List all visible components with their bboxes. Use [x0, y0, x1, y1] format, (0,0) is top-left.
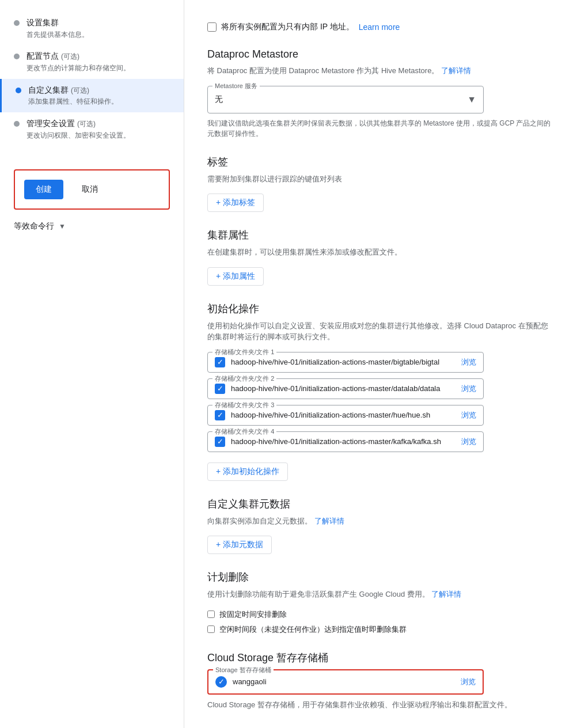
main-content: 将所有实例配置为只有内部 IP 地址。 Learn more Dataproc … — [184, 0, 577, 728]
add-metadata-button[interactable]: + 添加元数据 — [207, 536, 272, 554]
custom-metadata-section: 自定义集群元数据 向集群实例添加自定义元数据。 了解详情 + 添加元数据 — [207, 497, 554, 555]
checkmark-icon: ✓ — [217, 384, 223, 393]
sidebar-content-configure: 配置节点 (可选) 更改节点的计算能力和存储空间。 — [26, 51, 130, 73]
cloud-storage-desc: Cloud Storage 暂存存储桶，用于存储集群作业依赖项、作业驱动程序输出… — [207, 699, 554, 711]
file-label-2: 存储桶/文件夹/文件 2 — [212, 374, 276, 383]
sidebar-content-customize: 自定义集群 (可选) 添加集群属性、特征和操作。 — [28, 85, 118, 107]
sidebar-content-security: 管理安全设置 (可选) 更改访问权限、加密和安全设置。 — [26, 118, 130, 140]
sidebar-content-setup: 设置集群 首先提供基本信息。 — [26, 17, 89, 39]
internal-ip-checkbox[interactable] — [207, 22, 217, 32]
custom-metadata-desc: 向集群实例添加自定义元数据。 了解详情 — [207, 515, 554, 527]
sidebar-subtitle-setup: 首先提供基本信息。 — [26, 30, 89, 40]
cluster-props-section: 集群属性 在创建集群时，可以使用集群属性来添加或修改配置文件。 + 添加属性 — [207, 228, 554, 286]
metastore-title: Dataproc Metastore — [207, 48, 554, 60]
sidebar-item-security[interactable]: 管理安全设置 (可选) 更改访问权限、加密和安全设置。 — [0, 112, 184, 146]
cloud-storage-section: Cloud Storage 暂存存储桶 Storage 暂存存储桶 ✓ wang… — [207, 651, 554, 711]
sidebar-item-configure[interactable]: 配置节点 (可选) 更改节点的计算能力和存储空间。 — [0, 45, 184, 78]
tags-section: 标签 需要附加到集群以进行跟踪的键值对列表 + 添加标签 — [207, 155, 554, 213]
add-init-action-button[interactable]: + 添加初始化操作 — [207, 462, 288, 481]
file-path-2: hadoop-hive/hive-01/initialization-actio… — [231, 384, 455, 393]
chevron-down-icon: ▼ — [59, 222, 66, 230]
browse-button-1[interactable]: 浏览 — [461, 357, 476, 367]
internal-ip-row: 将所有实例配置为只有内部 IP 地址。 Learn more — [207, 22, 554, 32]
browse-button-2[interactable]: 浏览 — [461, 384, 476, 394]
file-label-3: 存储桶/文件夹/文件 3 — [212, 401, 276, 410]
file-label-4: 存储桶/文件夹/文件 4 — [212, 427, 276, 436]
browse-button-3[interactable]: 浏览 — [461, 410, 476, 420]
metastore-field: Metastore 服务 无 ▼ — [207, 86, 484, 113]
internal-ip-label: 将所有实例配置为只有内部 IP 地址。 — [221, 22, 354, 32]
sidebar-dot-configure — [14, 54, 20, 59]
idle-time-checkbox[interactable] — [207, 625, 215, 633]
browse-button-4[interactable]: 浏览 — [461, 437, 476, 447]
checkmark-icon: ✓ — [217, 358, 223, 366]
sidebar-title-configure: 配置节点 (可选) — [26, 51, 130, 62]
cancel-button[interactable]: 取消 — [70, 180, 109, 199]
checkmark-icon: ✓ — [218, 677, 225, 686]
metastore-desc: 将 Dataproc 配置为使用 Dataproc Metastore 作为其 … — [207, 65, 554, 77]
file-label-1: 存储桶/文件夹/文件 1 — [212, 348, 276, 357]
cluster-props-title: 集群属性 — [207, 228, 554, 242]
tags-title: 标签 — [207, 155, 554, 169]
add-tag-button[interactable]: + 添加标签 — [207, 194, 264, 212]
cluster-props-desc: 在创建集群时，可以使用集群属性来添加或修改配置文件。 — [207, 247, 554, 258]
sidebar-title-security: 管理安全设置 (可选) — [26, 118, 130, 130]
create-button[interactable]: 创建 — [24, 180, 63, 199]
sidebar-item-customize[interactable]: 自定义集群 (可选) 添加集群属性、特征和操作。 — [0, 79, 184, 112]
file-checkbox-1[interactable]: ✓ — [215, 357, 225, 367]
deletion-checkbox-row-1: 按固定时间安排删除 — [207, 609, 554, 620]
action-buttons-container: 创建 取消 — [14, 169, 170, 210]
metastore-hint: 我们建议借助此选项在集群关闭时保留表元数据，以供其他集群共享的 Metastor… — [207, 118, 554, 139]
chevron-down-icon: ▼ — [467, 94, 476, 105]
init-actions-title: 初始化操作 — [207, 302, 554, 316]
checkmark-icon: ✓ — [217, 411, 223, 419]
scheduled-deletion-learn-more[interactable]: 了解详情 — [431, 590, 461, 598]
file-checkbox-3[interactable]: ✓ — [215, 410, 225, 420]
checkmark-icon: ✓ — [217, 437, 223, 446]
metastore-value: 无 — [215, 94, 223, 105]
custom-metadata-title: 自定义集群元数据 — [207, 497, 554, 511]
init-actions-section: 初始化操作 使用初始化操作可以自定义设置、安装应用或对您的集群进行其他修改。选择… — [207, 302, 554, 481]
metastore-learn-more[interactable]: 了解详情 — [441, 66, 471, 75]
metastore-section: Dataproc Metastore 将 Dataproc 配置为使用 Data… — [207, 48, 554, 139]
internal-ip-section: 将所有实例配置为只有内部 IP 地址。 Learn more — [207, 16, 554, 32]
sidebar-dot-setup — [14, 20, 20, 26]
add-property-button[interactable]: + 添加属性 — [207, 267, 264, 286]
file-input-1: 存储桶/文件夹/文件 1 ✓ hadoop-hive/hive-01/initi… — [207, 352, 484, 373]
learn-more-link[interactable]: Learn more — [359, 22, 400, 32]
sidebar-item-setup[interactable]: 设置集群 首先提供基本信息。 — [0, 12, 184, 45]
scheduled-deletion-title: 计划删除 — [207, 570, 554, 584]
sidebar-subtitle-configure: 更改节点的计算能力和存储空间。 — [26, 63, 130, 73]
idle-time-label: 空闲时间段（未提交任何作业）达到指定值时即删除集群 — [219, 624, 407, 635]
metastore-field-label: Metastore 服务 — [212, 82, 260, 90]
file-input-3: 存储桶/文件夹/文件 3 ✓ hadoop-hive/hive-01/initi… — [207, 405, 484, 426]
file-input-4: 存储桶/文件夹/文件 4 ✓ hadoop-hive/hive-01/initi… — [207, 431, 484, 452]
cloud-storage-title: Cloud Storage 暂存存储桶 — [207, 651, 554, 665]
file-path-4: hadoop-hive/hive-01/initialization-actio… — [231, 437, 455, 446]
sidebar-subtitle-customize: 添加集群属性、特征和操作。 — [28, 97, 118, 107]
sidebar-subtitle-security: 更改访问权限、加密和安全设置。 — [26, 131, 130, 141]
fixed-time-label: 按固定时间安排删除 — [219, 609, 287, 620]
sidebar-dot-customize — [16, 88, 21, 93]
storage-browse-button[interactable]: 浏览 — [461, 677, 476, 687]
file-input-2: 存储桶/文件夹/文件 2 ✓ hadoop-hive/hive-01/initi… — [207, 378, 484, 399]
storage-verified-icon: ✓ — [215, 676, 227, 688]
file-path-1: hadoop-hive/hive-01/initialization-actio… — [231, 358, 455, 366]
custom-metadata-learn-more[interactable]: 了解详情 — [314, 517, 344, 525]
scheduled-deletion-desc: 使用计划删除功能有助于避免非活跃集群产生 Google Cloud 费用。 了解… — [207, 589, 554, 600]
storage-temp-field: Storage 暂存存储桶 ✓ wanggaoli 浏览 — [207, 669, 484, 695]
tags-desc: 需要附加到集群以进行跟踪的键值对列表 — [207, 173, 554, 185]
fixed-time-checkbox[interactable] — [207, 611, 215, 618]
storage-temp-label: Storage 暂存存储桶 — [213, 666, 274, 674]
init-actions-desc: 使用初始化操作可以自定义设置、安装应用或对您的集群进行其他修改。选择 Cloud… — [207, 320, 554, 343]
sidebar: 设置集群 首先提供基本信息。 配置节点 (可选) 更改节点的计算能力和存储空间。… — [0, 0, 184, 728]
file-checkbox-4[interactable]: ✓ — [215, 437, 225, 447]
scheduled-deletion-section: 计划删除 使用计划删除功能有助于避免非活跃集群产生 Google Cloud 费… — [207, 570, 554, 635]
sidebar-title-setup: 设置集群 — [26, 17, 89, 29]
deletion-checkbox-row-2: 空闲时间段（未提交任何作业）达到指定值时即删除集群 — [207, 624, 554, 635]
equiv-cmd-button[interactable]: 等效命令行 ▼ — [0, 221, 184, 232]
storage-value: wanggaoli — [233, 677, 455, 686]
file-path-3: hadoop-hive/hive-01/initialization-actio… — [231, 411, 455, 419]
file-checkbox-2[interactable]: ✓ — [215, 384, 225, 394]
sidebar-title-customize: 自定义集群 (可选) — [28, 85, 118, 96]
